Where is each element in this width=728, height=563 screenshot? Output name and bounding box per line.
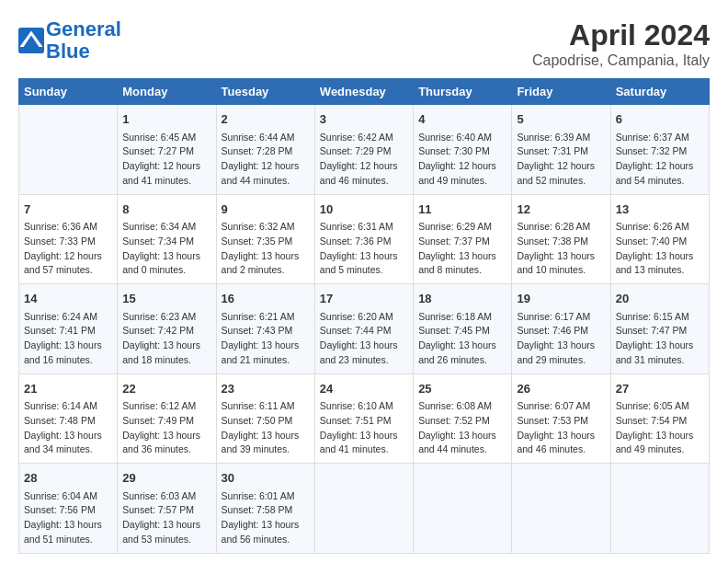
day-info: Sunrise: 6:31 AM Sunset: 7:36 PM Dayligh… [320,220,408,278]
day-number: 2 [222,110,310,129]
day-number: 9 [222,201,310,219]
calendar-cell: 11Sunrise: 6:29 AM Sunset: 7:37 PM Dayli… [414,194,512,284]
day-number: 6 [616,110,704,129]
calendar-cell: 25Sunrise: 6:08 AM Sunset: 7:52 PM Dayli… [414,373,512,464]
calendar-cell: 7Sunrise: 6:36 AM Sunset: 7:33 PM Daylig… [19,194,118,284]
logo-text: General Blue [46,18,121,63]
logo-icon [18,28,44,53]
day-info: Sunrise: 6:32 AM Sunset: 7:35 PM Dayligh… [222,220,310,278]
calendar-cell: 27Sunrise: 6:05 AM Sunset: 7:54 PM Dayli… [610,373,709,464]
calendar-cell: 3Sunrise: 6:42 AM Sunset: 7:29 PM Daylig… [314,105,413,195]
calendar-cell: 6Sunrise: 6:37 AM Sunset: 7:32 PM Daylig… [610,105,709,195]
day-number: 26 [517,380,605,398]
day-number: 3 [320,110,408,129]
page-header: General Blue April 2024 Capodrise, Campa… [18,18,710,69]
week-row-2: 7Sunrise: 6:36 AM Sunset: 7:33 PM Daylig… [19,194,710,284]
day-number: 22 [122,380,210,398]
day-number: 20 [616,290,704,308]
header-row: SundayMondayTuesdayWednesdayThursdayFrid… [19,79,710,105]
day-info: Sunrise: 6:04 AM Sunset: 7:56 PM Dayligh… [24,489,112,547]
logo-line1: General [46,17,121,40]
week-row-3: 14Sunrise: 6:24 AM Sunset: 7:41 PM Dayli… [19,284,710,374]
calendar-cell: 28Sunrise: 6:04 AM Sunset: 7:56 PM Dayli… [19,464,118,554]
calendar-cell: 22Sunrise: 6:12 AM Sunset: 7:49 PM Dayli… [118,373,216,464]
day-number: 8 [122,201,210,219]
day-info: Sunrise: 6:01 AM Sunset: 7:58 PM Dayligh… [222,489,310,547]
day-number: 19 [517,290,605,308]
day-number: 14 [24,290,112,308]
col-header-tuesday: Tuesday [216,79,314,105]
calendar-cell: 13Sunrise: 6:26 AM Sunset: 7:40 PM Dayli… [610,194,709,284]
week-row-1: 1Sunrise: 6:45 AM Sunset: 7:27 PM Daylig… [19,105,710,195]
day-info: Sunrise: 6:37 AM Sunset: 7:32 PM Dayligh… [616,131,704,189]
calendar-cell [610,464,709,554]
day-number: 12 [517,201,605,219]
calendar-cell: 17Sunrise: 6:20 AM Sunset: 7:44 PM Dayli… [314,284,413,374]
day-number: 18 [418,290,506,308]
logo-line2: Blue [46,40,90,63]
col-header-wednesday: Wednesday [314,79,413,105]
calendar-cell: 29Sunrise: 6:03 AM Sunset: 7:57 PM Dayli… [118,464,216,554]
calendar-cell: 8Sunrise: 6:34 AM Sunset: 7:34 PM Daylig… [118,194,216,284]
day-number: 11 [418,201,506,219]
day-number: 16 [222,290,310,308]
day-info: Sunrise: 6:03 AM Sunset: 7:57 PM Dayligh… [122,489,210,547]
day-info: Sunrise: 6:07 AM Sunset: 7:53 PM Dayligh… [517,399,605,457]
day-number: 1 [122,110,210,129]
day-info: Sunrise: 6:12 AM Sunset: 7:49 PM Dayligh… [122,399,210,457]
calendar-cell: 14Sunrise: 6:24 AM Sunset: 7:41 PM Dayli… [19,284,118,374]
page-subtitle: Capodrise, Campania, Italy [532,52,710,69]
day-info: Sunrise: 6:10 AM Sunset: 7:51 PM Dayligh… [320,399,408,457]
calendar-table: SundayMondayTuesdayWednesdayThursdayFrid… [18,78,710,554]
calendar-cell [314,464,413,554]
calendar-cell: 16Sunrise: 6:21 AM Sunset: 7:43 PM Dayli… [216,284,314,374]
week-row-5: 28Sunrise: 6:04 AM Sunset: 7:56 PM Dayli… [19,464,710,554]
day-number: 4 [418,110,506,129]
day-number: 28 [24,469,112,488]
day-number: 30 [222,469,310,488]
day-info: Sunrise: 6:24 AM Sunset: 7:41 PM Dayligh… [24,310,112,368]
calendar-cell: 15Sunrise: 6:23 AM Sunset: 7:42 PM Dayli… [118,284,216,374]
day-info: Sunrise: 6:45 AM Sunset: 7:27 PM Dayligh… [122,131,210,189]
day-info: Sunrise: 6:17 AM Sunset: 7:46 PM Dayligh… [517,310,605,368]
day-info: Sunrise: 6:42 AM Sunset: 7:29 PM Dayligh… [320,131,408,189]
calendar-cell: 5Sunrise: 6:39 AM Sunset: 7:31 PM Daylig… [512,105,610,195]
day-number: 5 [517,110,605,129]
calendar-cell: 24Sunrise: 6:10 AM Sunset: 7:51 PM Dayli… [314,373,413,464]
day-info: Sunrise: 6:34 AM Sunset: 7:34 PM Dayligh… [122,220,210,278]
day-info: Sunrise: 6:21 AM Sunset: 7:43 PM Dayligh… [222,310,310,368]
day-info: Sunrise: 6:26 AM Sunset: 7:40 PM Dayligh… [616,220,704,278]
day-info: Sunrise: 6:14 AM Sunset: 7:48 PM Dayligh… [24,399,112,457]
day-number: 21 [24,380,112,398]
day-number: 17 [320,290,408,308]
calendar-cell: 26Sunrise: 6:07 AM Sunset: 7:53 PM Dayli… [512,373,610,464]
calendar-cell [414,464,512,554]
day-number: 25 [418,380,506,398]
calendar-cell: 19Sunrise: 6:17 AM Sunset: 7:46 PM Dayli… [512,284,610,374]
calendar-cell [19,105,118,195]
col-header-friday: Friday [512,79,610,105]
day-number: 29 [122,469,210,488]
day-number: 10 [320,201,408,219]
calendar-cell: 1Sunrise: 6:45 AM Sunset: 7:27 PM Daylig… [118,105,216,195]
col-header-saturday: Saturday [610,79,709,105]
logo: General Blue [18,18,121,63]
day-info: Sunrise: 6:08 AM Sunset: 7:52 PM Dayligh… [418,399,506,457]
col-header-monday: Monday [118,79,216,105]
day-info: Sunrise: 6:29 AM Sunset: 7:37 PM Dayligh… [418,220,506,278]
week-row-4: 21Sunrise: 6:14 AM Sunset: 7:48 PM Dayli… [19,373,710,464]
calendar-cell: 12Sunrise: 6:28 AM Sunset: 7:38 PM Dayli… [512,194,610,284]
day-info: Sunrise: 6:11 AM Sunset: 7:50 PM Dayligh… [222,399,310,457]
page-title: April 2024 [532,18,710,52]
day-number: 23 [222,380,310,398]
calendar-cell: 2Sunrise: 6:44 AM Sunset: 7:28 PM Daylig… [216,105,314,195]
calendar-cell: 20Sunrise: 6:15 AM Sunset: 7:47 PM Dayli… [610,284,709,374]
title-block: April 2024 Capodrise, Campania, Italy [532,18,710,69]
day-info: Sunrise: 6:05 AM Sunset: 7:54 PM Dayligh… [616,399,704,457]
calendar-cell: 9Sunrise: 6:32 AM Sunset: 7:35 PM Daylig… [216,194,314,284]
day-info: Sunrise: 6:39 AM Sunset: 7:31 PM Dayligh… [517,131,605,189]
day-info: Sunrise: 6:15 AM Sunset: 7:47 PM Dayligh… [616,310,704,368]
day-number: 24 [320,380,408,398]
day-info: Sunrise: 6:40 AM Sunset: 7:30 PM Dayligh… [418,131,506,189]
calendar-cell: 10Sunrise: 6:31 AM Sunset: 7:36 PM Dayli… [314,194,413,284]
